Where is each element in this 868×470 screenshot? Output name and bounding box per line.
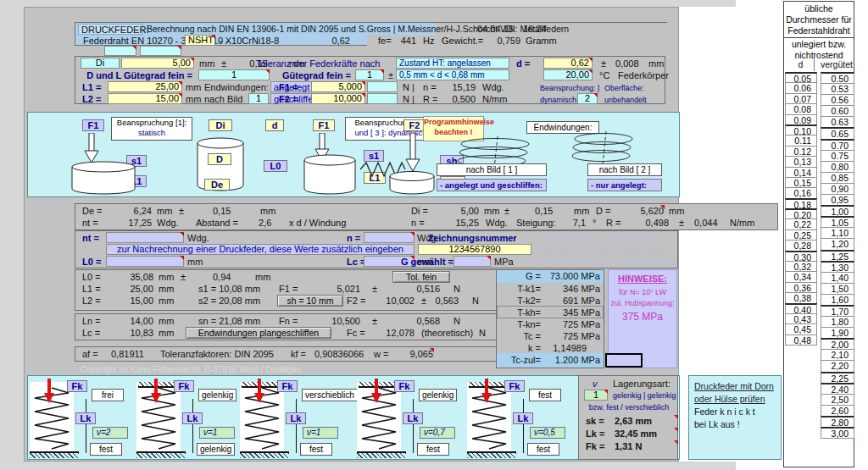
unit: ± [372,316,377,327]
f2-input[interactable]: 10,000 [311,93,365,104]
fig-l0-label: L0 [264,160,287,172]
load-arrow-icon [481,379,492,404]
unit: mm [159,328,174,339]
cylinder-figure-1 [70,160,136,196]
fk-label: Fk [67,380,87,392]
endw-label: Endwindungen: [204,82,269,93]
d-table-cell: 2,10 [821,349,854,361]
fk-mark [670,441,677,452]
force-arrow-icon [405,133,420,172]
tkn-value: 725 MPa [527,319,600,330]
s1-value: s1 = 10,08 mm [198,284,260,295]
d-table-cell: 0.63 [821,116,854,128]
unit: mm [484,206,499,217]
unit: mm [159,296,174,307]
fk-label: Fk [394,380,415,392]
r2-unit: N/mm [730,218,754,229]
lagerungsart-input[interactable]: 1 [584,390,608,401]
beansp-code-input[interactable]: 2 [577,93,598,104]
top-constraint-label: gelenkig [198,389,236,401]
dtable-h2-l1: unlegiert bzw. [784,39,854,50]
unit: mm [187,257,203,268]
guete-input[interactable]: 1 [355,69,384,80]
n-recalc-input[interactable] [364,232,415,243]
lk-label: Lk [75,412,96,424]
nu-value: ν=2 [92,427,128,439]
aux-cell-2[interactable] [140,46,181,56]
bild-input[interactable]: 1 [248,93,269,104]
steig-value: 7,1 [562,218,586,229]
bottom-constraint-label: fest [417,443,449,456]
d-table-cell: 0.06 [785,82,817,93]
spreadsheet-app: DRUCKFEDER: Berechnung nach DIN EN 13906… [0,0,868,470]
d-table-cell: 0,38 [785,292,817,303]
ht-code-cell[interactable]: NSHT [185,35,215,46]
top-constraint-label: verschieblich [302,389,358,401]
l0-recalc-input[interactable] [106,256,184,267]
af-label: af = [82,349,98,360]
lc-recalc-label: Lc = [347,257,365,268]
nt-recalc-input[interactable] [106,232,184,243]
l2-input[interactable]: 15,00 [108,93,182,104]
note-line3: Feder k n i c k t [694,406,781,417]
fe-label: fe= [378,36,392,47]
f1-res-label: F1 = [279,284,298,295]
endwindungen-plan-button[interactable]: Endwindungen plangeschliffen [186,327,331,339]
r2-label: R = [606,218,620,229]
D-value: 5,620 [620,206,664,217]
tk1-value: 346 MPa [527,284,600,295]
d-table-cell: 0,15 [785,177,817,188]
f1-aux-cell[interactable] [367,81,398,92]
fk-out-label: Fk = [586,441,604,452]
spring-figure-1: Fk frei Lk ν=2 fest [30,379,136,458]
n-value: 15,19 [442,82,476,93]
lk-mark [670,429,677,440]
unit: N [453,316,460,327]
d-table-cell: 1,25 [821,250,854,262]
lk-out-value: 32,45 mm [615,429,657,440]
fn-tol: 0,568 [406,316,440,327]
n-label: n = [423,82,437,93]
ground-hatch [30,451,79,458]
l2-res-label: L2 = [82,296,101,307]
unit: ± [504,206,509,217]
n-pipe-1: N | [403,82,415,93]
temp-input[interactable]: 20,00 [543,69,593,80]
rev-line3: D-87616 Wald / Ostallgäu [538,257,676,268]
d-input[interactable]: 0,62 [543,58,593,69]
w-label: w = [374,349,388,360]
zeichnungsnummer-input[interactable]: 1234567890 [418,244,531,255]
hinweise-title: HINWEISE: [609,274,676,284]
f1-input[interactable]: 5,000 [311,81,365,92]
f2-aux-cell[interactable] [367,93,398,104]
sh-button[interactable]: sh = 10 mm [277,295,343,307]
tol-fein-button[interactable]: Tol. fein [392,271,450,283]
fk-out-value: 1,31 N [615,441,642,452]
af-box: af = 0,81911 Toleranzfaktoren: DIN 2095 … [75,346,497,362]
load-arrow-icon [43,379,55,404]
unit: N [453,284,460,295]
hinweise-line1: für N= 10⁷ LW [609,288,676,296]
lagerungsart-box: ν Lagerungsart: 1 gelenkig | gelenkig bz… [578,375,678,460]
di2-value: 5,00 [438,206,479,217]
d-table-cell: 0.50 [821,72,854,84]
aux-cell-1[interactable] [104,46,136,56]
lagerungsart-title: Lagerungsart: [613,379,670,390]
fig-f1b-label: F1 [313,119,335,131]
di-input[interactable]: 5,00 [121,58,194,69]
fc-value: 12,078 [372,328,415,339]
nt-recalc-label: nt = [82,233,99,244]
d-table-cell: 0.07 [785,93,817,104]
d-table-cell: 0,14 [785,167,817,178]
d-table-cell: 0.56 [821,94,854,106]
l1-label: L1 = [82,82,101,93]
l1-input[interactable]: 25,00 [108,81,182,92]
bild1-caption: - angelegt und geschliffen: [437,179,547,191]
g-gewaehlt-input[interactable] [453,256,491,267]
abstand-value: 2,6 [259,218,271,229]
selected-cell[interactable] [605,353,643,368]
wire-d: 0,62 [320,36,350,47]
d-table-cell: 1,80 [821,316,854,328]
d-table-cell: 1,70 [821,305,854,317]
l2-mm: mm [186,94,201,105]
